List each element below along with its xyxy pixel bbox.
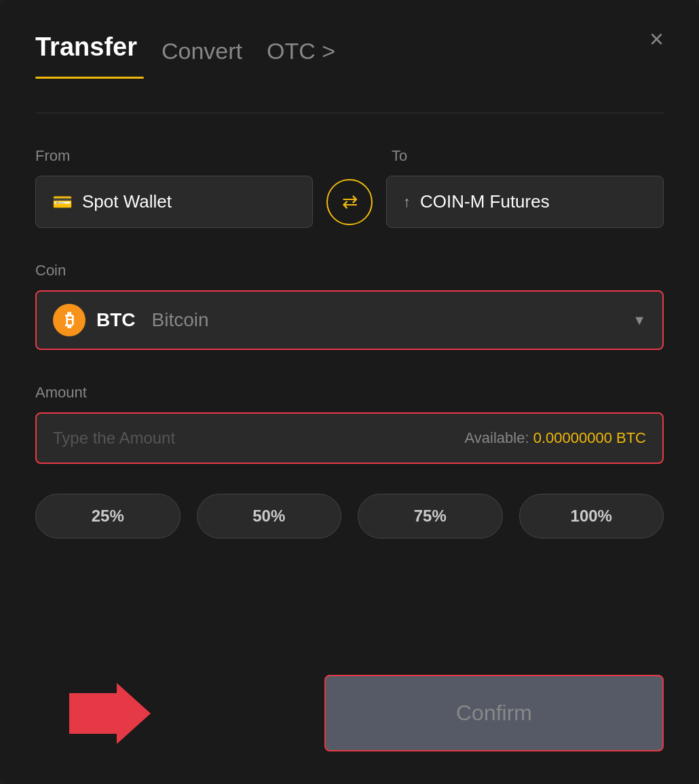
from-to-inputs: 💳 Spot Wallet ⇄ ↑ COIN-M Futures [35, 176, 664, 228]
close-button[interactable]: × [649, 27, 664, 52]
active-tab-underline [35, 77, 144, 79]
header-divider [35, 113, 664, 113]
red-arrow-icon [69, 680, 151, 747]
coin-section: Coin ₿ BTC Bitcoin ▼ [35, 262, 664, 350]
to-label: To [381, 147, 664, 165]
chevron-down-icon: ▼ [632, 313, 646, 328]
from-to-section: From To 💳 Spot Wallet ⇄ ↑ COIN-M Futures [35, 147, 664, 228]
confirm-row: Confirm [35, 675, 664, 751]
from-wallet-name: Spot Wallet [82, 191, 172, 212]
coin-symbol: BTC [96, 309, 136, 331]
available-text: Available: 0.00000000 BTC [465, 429, 646, 447]
percentage-buttons: 25% 50% 75% 100% [35, 494, 664, 538]
futures-icon: ↑ [403, 193, 411, 211]
amount-placeholder[interactable]: Type the Amount [53, 429, 175, 448]
pct-100-button[interactable]: 100% [519, 494, 664, 538]
to-wallet-name: COIN-M Futures [420, 191, 550, 212]
pct-25-button[interactable]: 25% [35, 494, 181, 538]
swap-icon: ⇄ [342, 191, 358, 213]
pct-75-button[interactable]: 75% [358, 494, 503, 538]
btc-icon: ₿ [53, 304, 86, 336]
credit-card-icon: 💳 [52, 193, 73, 212]
modal-header: Transfer Convert OTC > × [35, 33, 664, 70]
from-wallet-selector[interactable]: 💳 Spot Wallet [35, 176, 313, 228]
coin-label: Coin [35, 262, 664, 279]
amount-label: Amount [35, 384, 664, 401]
amount-input-box: Type the Amount Available: 0.00000000 BT… [35, 412, 664, 464]
swap-button[interactable]: ⇄ [326, 179, 373, 225]
coin-fullname: Bitcoin [152, 309, 209, 331]
arrow-indicator [69, 680, 151, 747]
amount-section: Amount Type the Amount Available: 0.0000… [35, 384, 664, 464]
pct-50-button[interactable]: 50% [197, 494, 342, 538]
available-label: Available: [465, 429, 529, 446]
coin-dropdown[interactable]: ₿ BTC Bitcoin ▼ [35, 290, 664, 350]
svg-marker-0 [69, 683, 151, 744]
tab-convert[interactable]: Convert [162, 38, 242, 64]
tab-otc[interactable]: OTC > [267, 38, 335, 64]
available-amount: 0.00000000 BTC [533, 429, 646, 446]
to-wallet-selector[interactable]: ↑ COIN-M Futures [386, 176, 664, 228]
from-label: From [35, 147, 307, 165]
tab-transfer[interactable]: Transfer [35, 33, 137, 70]
btc-symbol-icon: ₿ [65, 310, 74, 331]
transfer-modal: Transfer Convert OTC > × From To 💳 Spot … [0, 0, 699, 784]
confirm-button[interactable]: Confirm [324, 675, 664, 751]
from-to-labels: From To [35, 147, 664, 165]
